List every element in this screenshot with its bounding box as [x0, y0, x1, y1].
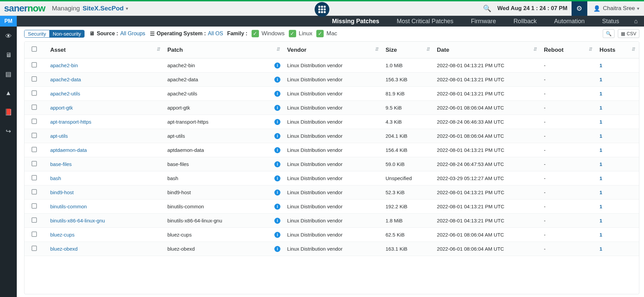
asset-link[interactable]: binutils-common: [50, 204, 87, 209]
csv-label: CSV: [627, 31, 636, 36]
info-icon[interactable]: i: [274, 246, 280, 252]
col-asset[interactable]: Asset⇵: [44, 42, 164, 58]
chevron-down-icon[interactable]: ▾: [126, 6, 128, 11]
col-hosts[interactable]: Hosts⇵: [596, 42, 639, 58]
row-checkbox[interactable]: [32, 231, 37, 237]
hosts-link[interactable]: 1: [599, 232, 602, 238]
info-icon[interactable]: i: [274, 62, 280, 69]
size-value: 163.1 KiB: [386, 246, 408, 252]
info-icon[interactable]: i: [274, 189, 280, 196]
row-checkbox[interactable]: [32, 217, 37, 223]
row-checkbox[interactable]: [32, 76, 37, 82]
search-icon[interactable]: 🔍: [483, 4, 491, 12]
table-search-button[interactable]: 🔍: [603, 29, 614, 38]
nav-item[interactable]: Rollback: [505, 16, 545, 27]
asset-link[interactable]: base-files: [50, 161, 72, 167]
asset-link[interactable]: binutils-x86-64-linux-gnu: [50, 218, 105, 223]
asset-link[interactable]: bluez-obexd: [50, 246, 78, 252]
hosts-link[interactable]: 1: [599, 77, 602, 82]
family-checkbox[interactable]: ✓: [316, 30, 324, 37]
family-checkbox[interactable]: ✓: [289, 30, 296, 37]
hosts-link[interactable]: 1: [599, 175, 602, 181]
info-icon[interactable]: i: [274, 218, 280, 224]
info-icon[interactable]: i: [274, 105, 280, 111]
document-icon[interactable]: ▤: [5, 70, 11, 78]
row-checkbox[interactable]: [32, 133, 37, 138]
hosts-link[interactable]: 1: [599, 133, 602, 139]
info-icon[interactable]: i: [274, 175, 280, 181]
sort-icon: ⇵: [533, 46, 537, 52]
col-vendor[interactable]: Vendor⇵: [284, 42, 382, 58]
info-icon[interactable]: i: [274, 119, 280, 125]
info-icon[interactable]: i: [274, 161, 280, 167]
col-date[interactable]: Date⇵: [434, 42, 541, 58]
asset-link[interactable]: apache2-data: [50, 77, 81, 82]
export-csv-button[interactable]: ▦ CSV: [618, 29, 639, 38]
apps-launcher-button[interactable]: [315, 2, 329, 17]
info-icon[interactable]: i: [274, 204, 280, 210]
hosts-link[interactable]: 1: [599, 91, 602, 96]
hosts-link[interactable]: 1: [599, 147, 602, 153]
tab-security[interactable]: Security: [24, 30, 49, 37]
asset-link[interactable]: apache2-bin: [50, 62, 78, 68]
hosts-link[interactable]: 1: [599, 218, 602, 223]
hosts-link[interactable]: 1: [599, 62, 602, 68]
logout-icon[interactable]: ↪: [6, 127, 11, 135]
nav-item[interactable]: Missing Patches: [323, 16, 388, 27]
asset-link[interactable]: apt-utils: [50, 133, 68, 139]
size-value: 52.3 KiB: [386, 189, 405, 195]
hosts-link[interactable]: 1: [599, 204, 602, 209]
info-icon[interactable]: i: [274, 133, 280, 139]
row-checkbox[interactable]: [32, 119, 37, 124]
site-selector[interactable]: SiteX.SecPod: [83, 5, 124, 12]
nav-item[interactable]: Firmware: [462, 16, 505, 27]
hosts-link[interactable]: 1: [599, 189, 602, 195]
asset-link[interactable]: bash: [50, 175, 61, 181]
monitor-icon[interactable]: 🖥: [5, 51, 12, 59]
nav-item[interactable]: Most Critical Patches: [388, 16, 462, 27]
nav-item[interactable]: Automation: [545, 16, 593, 27]
row-checkbox[interactable]: [32, 161, 37, 166]
asset-link[interactable]: bluez-cups: [50, 232, 75, 238]
row-checkbox[interactable]: [32, 62, 37, 68]
alert-icon[interactable]: ▲: [5, 89, 12, 97]
module-badge[interactable]: PM: [0, 16, 17, 27]
row-checkbox[interactable]: [32, 189, 37, 195]
row-checkbox[interactable]: [32, 90, 37, 96]
info-icon[interactable]: i: [274, 91, 280, 97]
source-value[interactable]: All Groups: [120, 31, 145, 37]
info-icon[interactable]: i: [274, 77, 280, 83]
col-size[interactable]: Size⇵: [382, 42, 434, 58]
info-icon[interactable]: i: [274, 232, 280, 238]
asset-link[interactable]: apport-gtk: [50, 105, 73, 111]
sort-icon: ⇵: [426, 46, 430, 52]
os-value[interactable]: All OS: [208, 31, 223, 37]
hosts-link[interactable]: 1: [599, 161, 602, 167]
vendor-name: Linux Distribution vendor: [287, 133, 342, 139]
book-icon[interactable]: 📕: [4, 108, 12, 116]
row-checkbox[interactable]: [32, 246, 37, 251]
row-checkbox[interactable]: [32, 147, 37, 152]
hosts-link[interactable]: 1: [599, 119, 602, 125]
family-checkbox[interactable]: ✓: [252, 30, 259, 37]
row-checkbox[interactable]: [32, 203, 37, 209]
asset-link[interactable]: bind9-host: [50, 189, 74, 195]
nav-item[interactable]: Status: [593, 16, 628, 27]
info-icon[interactable]: i: [274, 147, 280, 153]
eye-icon[interactable]: 👁: [5, 33, 12, 40]
checkbox-select-all[interactable]: [32, 46, 37, 52]
row-checkbox[interactable]: [32, 104, 37, 110]
row-checkbox[interactable]: [32, 175, 37, 180]
hosts-link[interactable]: 1: [599, 246, 602, 252]
hosts-link[interactable]: 1: [599, 105, 602, 111]
settings-button[interactable]: ⚙: [572, 1, 587, 16]
home-button[interactable]: ⌂: [628, 16, 644, 27]
asset-link[interactable]: aptdaemon-data: [50, 147, 87, 153]
col-reboot[interactable]: Reboot⇵: [541, 42, 596, 58]
grid-icon: [318, 6, 326, 13]
col-patch[interactable]: Patch⇵: [164, 42, 284, 58]
user-menu[interactable]: 👤 Chaitra Sree ▾: [593, 5, 639, 12]
tab-non-security[interactable]: Non-security: [49, 30, 84, 37]
asset-link[interactable]: apt-transport-https: [50, 119, 92, 125]
asset-link[interactable]: apache2-utils: [50, 91, 80, 96]
